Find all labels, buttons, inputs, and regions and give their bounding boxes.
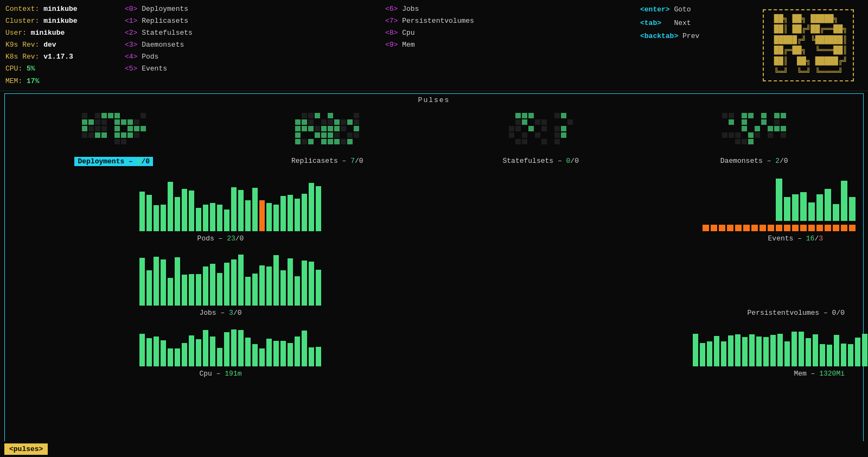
context-value: minikube	[43, 5, 77, 13]
nav-item-7[interactable]: <7> Persistentvolumes	[385, 15, 635, 27]
deployments-label: Deployments – 6/0	[74, 157, 153, 166]
user-value: minikube	[31, 29, 65, 37]
statefulsets-label: Statefulsets – 0/0	[503, 157, 579, 165]
user-label: User:	[5, 29, 27, 37]
shortcut-backtab: <backtab> Prev	[640, 30, 754, 43]
mem-usage-label: Mem – 1320Mi	[794, 370, 856, 378]
pv-bars	[693, 251, 856, 306]
statefulsets-cell: Statefulsets – 0/0	[434, 111, 648, 168]
nav-item-0[interactable]: <0> Deployments	[125, 3, 374, 15]
tab-pulses[interactable]: <pulses>	[4, 443, 48, 455]
jobs-cell: Jobs – 3/0	[7, 249, 434, 319]
events-label: Events – 16/3	[768, 234, 856, 243]
logo-panel: ██╗ ██╗ █████╗ ██║ ██╔╝██╔══██╗ █████╔╝ …	[754, 3, 863, 87]
mem-cell: Mem – 1320Mi	[434, 323, 861, 380]
jobs-bars	[139, 251, 302, 306]
cluster-label: Cluster:	[5, 17, 39, 25]
cpu-bars	[139, 326, 302, 366]
deployments-spark	[71, 113, 157, 154]
nav-item-3[interactable]: <3> Daemonsets	[125, 39, 374, 51]
cluster-row: Cluster: minikube	[5, 15, 114, 27]
statefulsets-spark	[497, 113, 584, 154]
k9s-rev-row: K9s Rev: dev	[5, 39, 114, 51]
k8s-rev-value: v1.17.3	[43, 53, 73, 61]
cpu-mem-row: Cpu – 191m Mem – 1320Mi	[7, 323, 861, 380]
cpu-row: CPU: 5%	[5, 63, 114, 75]
logo-art: ██╗ ██╗ █████╗ ██║ ██╔╝██╔══██╗ █████╔╝ …	[763, 9, 853, 82]
panel-title: Pulses	[7, 96, 861, 104]
shortcut-enter: <enter> Goto	[640, 3, 754, 17]
k8s-rev-row: K8s Rev: v1.17.3	[5, 51, 114, 63]
user-row: User: minikube	[5, 27, 114, 39]
mem-bars	[693, 326, 856, 366]
nav-item-2[interactable]: <2> Statefulsets	[125, 27, 374, 39]
nav-item-6[interactable]: <6> Jobs	[385, 3, 635, 15]
context-label: Context:	[5, 5, 39, 13]
events-cell: Events – 16/3	[434, 175, 861, 245]
nav-item-1[interactable]: <1> Replicasets	[125, 15, 374, 27]
events-bars	[704, 177, 856, 231]
nav-item-9[interactable]: <9> Mem	[385, 39, 635, 51]
daemonsets-spark	[711, 113, 797, 154]
jobs-pv-row: Jobs – 3/0 Persistentvolumes – 0/0	[7, 249, 861, 319]
jobs-label: Jobs – 3/0	[199, 309, 241, 317]
k9s-rev-value: dev	[43, 41, 56, 49]
pv-label: Persistentvolumes – 0/0	[748, 309, 856, 317]
cpu-label: CPU:	[5, 65, 22, 73]
k9s-rev-label: K9s Rev:	[5, 41, 39, 49]
mem-row: MEM: 17%	[5, 75, 114, 87]
main-panel: Pulses Deployments – 6/0 Replicasets – 7…	[4, 93, 864, 449]
nav-item-5[interactable]: <5> Events	[125, 63, 374, 75]
cpu-usage-label: Cpu – 191m	[199, 370, 241, 378]
deployments-cell: Deployments – 6/0	[7, 111, 221, 168]
k8s-rev-label: K8s Rev:	[5, 53, 39, 61]
daemonsets-cell: Daemonsets – 2/0	[648, 111, 861, 168]
pods-cell: Pods – 23/0	[7, 175, 434, 245]
shortcuts-panel: <enter> Goto <tab> Next <backtab> Prev	[635, 3, 754, 87]
shortcut-tab: <tab> Next	[640, 17, 754, 30]
mem-label: MEM:	[5, 77, 22, 85]
replicasets-cell: Replicasets – 7/0	[221, 111, 435, 168]
pods-events-row: Pods – 23/0 Events – 16/3	[7, 175, 861, 245]
cpu-cell: Cpu – 191m	[7, 323, 434, 380]
pv-cell: Persistentvolumes – 0/0	[434, 249, 861, 319]
replicasets-spark	[284, 113, 371, 154]
cluster-value: minikube	[43, 17, 77, 25]
pods-bars	[139, 177, 302, 231]
mem-value: 17%	[27, 77, 39, 85]
daemonsets-label: Daemonsets – 2/0	[720, 157, 788, 165]
replicasets-label: Replicasets – 7/0	[291, 157, 363, 165]
tabbar: <pulses>	[0, 441, 868, 457]
pods-label: Pods – 23/0	[197, 234, 244, 243]
nav-item-8[interactable]: <8> Cpu	[385, 27, 635, 39]
info-panel: Context: minikube Cluster: minikube User…	[5, 3, 114, 87]
cpu-value: 5%	[27, 65, 35, 73]
nav-item-4[interactable]: <4> Pods	[125, 51, 374, 63]
top-row: Deployments – 6/0 Replicasets – 7/0 Stat…	[7, 109, 861, 170]
nav-panel: <0> Deployments <6> Jobs <1> Replicasets…	[114, 3, 635, 87]
context-row: Context: minikube	[5, 3, 114, 15]
